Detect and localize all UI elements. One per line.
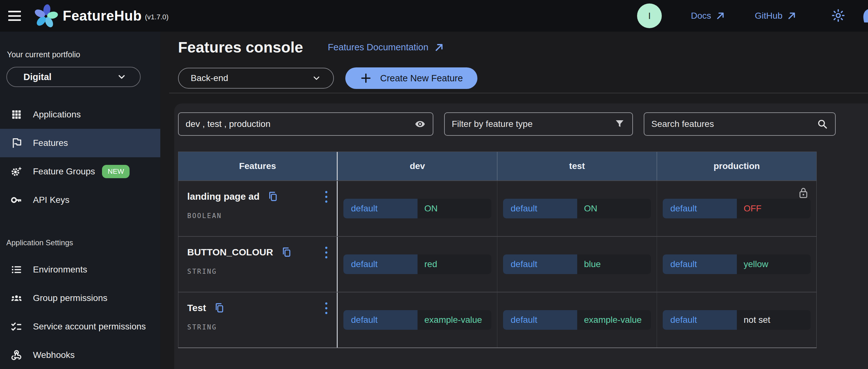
external-link-icon [715,10,726,21]
kebab-menu-icon[interactable] [324,245,329,261]
environments-filter[interactable] [178,112,433,136]
sidebar-settings-nav: Environments Group permissions [0,256,160,369]
feature-name: Test [187,303,206,313]
default-strategy-chip: default [663,199,737,219]
feature-name: landing page ad [187,191,259,202]
hamburger-menu-icon[interactable] [8,11,21,21]
sidebar-item-label: Webhooks [33,350,75,360]
sidebar-item-group-permissions[interactable]: Group permissions [0,284,160,312]
sidebar-item-label: API Keys [33,195,69,205]
key-icon [9,193,24,207]
feature-cell: Test STRING [178,293,338,347]
create-new-feature-label: Create New Feature [380,73,463,83]
sidebar-nav: Applications Features Feature Groups NEW [0,100,160,214]
avatar-initial: I [648,10,651,21]
feature-value-strip[interactable]: default example-value [343,310,491,330]
sidebar-item-service-account-permissions[interactable]: Service account permissions [0,312,160,341]
default-strategy-chip: default [503,255,577,274]
copy-icon[interactable] [267,191,279,203]
feature-value-strip[interactable]: default OFF [663,199,811,219]
feature-value: blue [577,255,601,274]
feature-value-strip[interactable]: default red [343,255,491,274]
feature-value: OFF [737,199,762,219]
env-cell-dev: default ON [338,181,497,236]
search-features-input[interactable] [651,119,817,129]
feature-name: BUTTON_COLOUR [187,247,273,258]
list-icon [9,263,24,277]
chevron-down-icon [312,73,321,83]
feature-type-filter[interactable] [444,112,633,136]
filter-funnel-icon[interactable] [614,119,625,130]
sidebar-item-applications[interactable]: Applications [0,100,160,129]
feature-value-strip[interactable]: default example-value [503,310,651,330]
default-strategy-chip: default [343,255,417,274]
sidebar-item-label: Applications [33,109,81,120]
avatar[interactable]: I [637,3,662,28]
env-cell-dev: default example-value [338,293,497,347]
features-table: Features dev test production landing pag… [178,152,817,348]
column-header-test: test [497,152,657,180]
docs-link[interactable]: Docs [691,10,726,21]
kebab-menu-icon[interactable] [324,301,329,316]
feature-value: yellow [737,255,769,274]
feature-value-strip[interactable]: default blue [503,255,651,274]
feature-type-label: BOOLEAN [187,212,329,220]
copy-icon[interactable] [214,302,225,314]
external-link-icon [433,42,445,53]
apps-grid-icon [9,108,24,122]
featurehub-flower-icon [34,3,58,29]
env-cell-production: default yellow [657,237,816,292]
copy-icon[interactable] [281,246,293,258]
brand-name: FeatureHub [63,8,142,24]
search-features[interactable] [644,112,836,136]
features-documentation-link[interactable]: Features Documentation [328,42,445,53]
feature-value: red [417,255,437,274]
sidebar-item-label: Service account permissions [33,322,146,332]
application-select[interactable]: Back-end [178,68,334,89]
feature-value-strip[interactable]: default ON [503,199,651,219]
feature-value-strip[interactable]: default yellow [663,255,811,274]
kebab-menu-icon[interactable] [324,190,329,205]
light-mode-toggle[interactable] [831,8,845,24]
sidebar-item-webhooks[interactable]: Webhooks [0,341,160,369]
env-cell-test: default example-value [497,293,657,347]
feature-value: not set [737,310,770,330]
sidebar-item-api-keys[interactable]: API Keys [0,186,160,214]
feature-cell: landing page ad BOOLEAN [178,181,338,236]
webhook-icon [9,348,24,362]
feature-value: example-value [417,310,482,330]
main-content: Features console Features Documentation … [160,32,868,369]
github-link[interactable]: GitHub [755,10,797,21]
feature-value-strip[interactable]: default ON [343,199,491,219]
feature-value-strip[interactable]: default not set [663,310,811,330]
default-strategy-chip: default [663,255,737,274]
sidebar-item-environments[interactable]: Environments [0,256,160,284]
env-cell-dev: default red [338,237,497,292]
docs-link-label: Docs [691,11,711,21]
environments-filter-input[interactable] [186,119,414,129]
new-badge: NEW [102,165,130,178]
groups-icon [9,291,24,305]
table-row: Test STRING [178,292,816,347]
column-header-production: production [657,152,816,180]
brand-version: (v1.7.0) [145,13,168,21]
sidebar-item-feature-groups[interactable]: Feature Groups NEW [0,157,160,186]
table-header-row: Features dev test production [178,152,816,180]
column-header-dev: dev [338,152,497,180]
feature-value: ON [577,199,597,219]
create-new-feature-button[interactable]: Create New Feature [345,67,477,89]
feature-type-filter-input[interactable] [452,119,614,129]
feature-cell: BUTTON_COLOUR STRING [178,237,338,292]
portfolio-select[interactable]: Digital [6,67,141,87]
application-select-value: Back-end [191,73,228,83]
env-cell-test: default ON [497,181,657,236]
table-row: landing page ad BOOLEAN [178,180,816,236]
feature-type-label: STRING [187,268,329,275]
header-divider [169,93,868,93]
features-panel: Features dev test production landing pag… [174,103,868,369]
eye-icon[interactable] [414,119,426,130]
application-settings-section-label: Application Settings [6,238,160,247]
partial-icon [861,8,868,23]
sidebar-item-features[interactable]: Features [0,129,160,157]
plus-icon [360,72,372,84]
